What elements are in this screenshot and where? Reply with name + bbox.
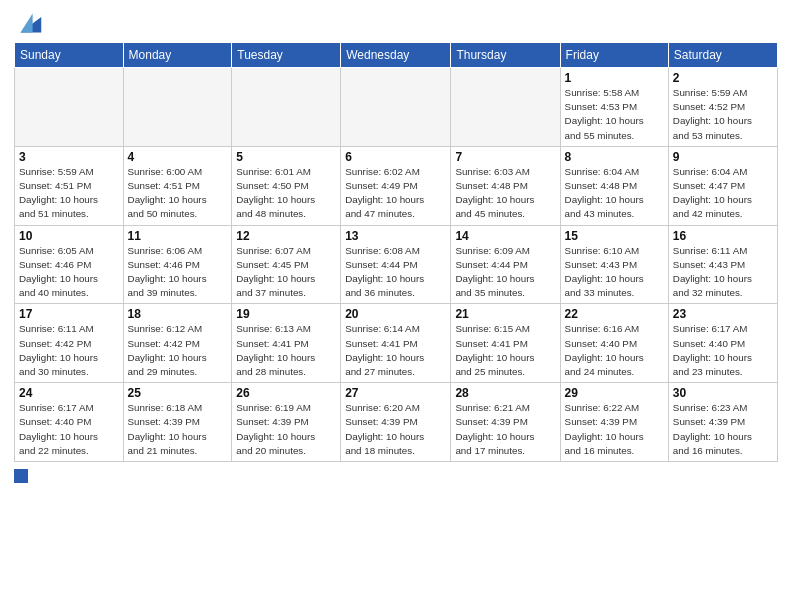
day-number: 21: [455, 307, 555, 321]
calendar-cell: 1Sunrise: 5:58 AM Sunset: 4:53 PM Daylig…: [560, 68, 668, 147]
calendar-cell: 17Sunrise: 6:11 AM Sunset: 4:42 PM Dayli…: [15, 304, 124, 383]
day-number: 5: [236, 150, 336, 164]
calendar-cell: [341, 68, 451, 147]
calendar-header-saturday: Saturday: [668, 43, 777, 68]
page-container: SundayMondayTuesdayWednesdayThursdayFrid…: [0, 0, 792, 493]
day-info: Sunrise: 6:05 AM Sunset: 4:46 PM Dayligh…: [19, 244, 119, 301]
calendar-cell: [232, 68, 341, 147]
day-number: 10: [19, 229, 119, 243]
calendar-cell: 8Sunrise: 6:04 AM Sunset: 4:48 PM Daylig…: [560, 146, 668, 225]
day-number: 11: [128, 229, 228, 243]
calendar-cell: 5Sunrise: 6:01 AM Sunset: 4:50 PM Daylig…: [232, 146, 341, 225]
day-info: Sunrise: 6:23 AM Sunset: 4:39 PM Dayligh…: [673, 401, 773, 458]
day-number: 28: [455, 386, 555, 400]
day-info: Sunrise: 6:20 AM Sunset: 4:39 PM Dayligh…: [345, 401, 446, 458]
day-info: Sunrise: 6:08 AM Sunset: 4:44 PM Dayligh…: [345, 244, 446, 301]
calendar-week-1: 1Sunrise: 5:58 AM Sunset: 4:53 PM Daylig…: [15, 68, 778, 147]
calendar-header-sunday: Sunday: [15, 43, 124, 68]
day-number: 7: [455, 150, 555, 164]
day-info: Sunrise: 6:09 AM Sunset: 4:44 PM Dayligh…: [455, 244, 555, 301]
svg-marker-1: [20, 13, 32, 32]
calendar-cell: 3Sunrise: 5:59 AM Sunset: 4:51 PM Daylig…: [15, 146, 124, 225]
calendar-cell: 15Sunrise: 6:10 AM Sunset: 4:43 PM Dayli…: [560, 225, 668, 304]
day-info: Sunrise: 5:59 AM Sunset: 4:52 PM Dayligh…: [673, 86, 773, 143]
calendar-cell: [451, 68, 560, 147]
legend: [14, 469, 778, 483]
day-info: Sunrise: 6:07 AM Sunset: 4:45 PM Dayligh…: [236, 244, 336, 301]
day-info: Sunrise: 6:00 AM Sunset: 4:51 PM Dayligh…: [128, 165, 228, 222]
calendar-cell: 18Sunrise: 6:12 AM Sunset: 4:42 PM Dayli…: [123, 304, 232, 383]
calendar-header-tuesday: Tuesday: [232, 43, 341, 68]
calendar-cell: 2Sunrise: 5:59 AM Sunset: 4:52 PM Daylig…: [668, 68, 777, 147]
calendar-cell: 24Sunrise: 6:17 AM Sunset: 4:40 PM Dayli…: [15, 383, 124, 462]
day-info: Sunrise: 6:21 AM Sunset: 4:39 PM Dayligh…: [455, 401, 555, 458]
day-info: Sunrise: 6:06 AM Sunset: 4:46 PM Dayligh…: [128, 244, 228, 301]
calendar-table: SundayMondayTuesdayWednesdayThursdayFrid…: [14, 42, 778, 462]
day-number: 12: [236, 229, 336, 243]
day-info: Sunrise: 6:02 AM Sunset: 4:49 PM Dayligh…: [345, 165, 446, 222]
day-number: 4: [128, 150, 228, 164]
calendar-header-friday: Friday: [560, 43, 668, 68]
calendar-cell: 21Sunrise: 6:15 AM Sunset: 4:41 PM Dayli…: [451, 304, 560, 383]
day-info: Sunrise: 6:17 AM Sunset: 4:40 PM Dayligh…: [673, 322, 773, 379]
calendar-header-thursday: Thursday: [451, 43, 560, 68]
day-number: 14: [455, 229, 555, 243]
calendar-cell: 14Sunrise: 6:09 AM Sunset: 4:44 PM Dayli…: [451, 225, 560, 304]
calendar-header-wednesday: Wednesday: [341, 43, 451, 68]
calendar-cell: 7Sunrise: 6:03 AM Sunset: 4:48 PM Daylig…: [451, 146, 560, 225]
calendar-cell: 19Sunrise: 6:13 AM Sunset: 4:41 PM Dayli…: [232, 304, 341, 383]
calendar-cell: 30Sunrise: 6:23 AM Sunset: 4:39 PM Dayli…: [668, 383, 777, 462]
day-info: Sunrise: 5:59 AM Sunset: 4:51 PM Dayligh…: [19, 165, 119, 222]
day-number: 17: [19, 307, 119, 321]
day-info: Sunrise: 6:10 AM Sunset: 4:43 PM Dayligh…: [565, 244, 664, 301]
day-info: Sunrise: 5:58 AM Sunset: 4:53 PM Dayligh…: [565, 86, 664, 143]
calendar-cell: 27Sunrise: 6:20 AM Sunset: 4:39 PM Dayli…: [341, 383, 451, 462]
day-number: 13: [345, 229, 446, 243]
day-number: 30: [673, 386, 773, 400]
day-number: 22: [565, 307, 664, 321]
day-number: 20: [345, 307, 446, 321]
day-info: Sunrise: 6:22 AM Sunset: 4:39 PM Dayligh…: [565, 401, 664, 458]
day-info: Sunrise: 6:17 AM Sunset: 4:40 PM Dayligh…: [19, 401, 119, 458]
calendar-week-5: 24Sunrise: 6:17 AM Sunset: 4:40 PM Dayli…: [15, 383, 778, 462]
day-number: 24: [19, 386, 119, 400]
day-info: Sunrise: 6:15 AM Sunset: 4:41 PM Dayligh…: [455, 322, 555, 379]
calendar-cell: 29Sunrise: 6:22 AM Sunset: 4:39 PM Dayli…: [560, 383, 668, 462]
day-info: Sunrise: 6:19 AM Sunset: 4:39 PM Dayligh…: [236, 401, 336, 458]
day-number: 23: [673, 307, 773, 321]
day-number: 27: [345, 386, 446, 400]
day-number: 8: [565, 150, 664, 164]
calendar-cell: 16Sunrise: 6:11 AM Sunset: 4:43 PM Dayli…: [668, 225, 777, 304]
day-number: 9: [673, 150, 773, 164]
logo-icon: [17, 10, 43, 36]
calendar-cell: 12Sunrise: 6:07 AM Sunset: 4:45 PM Dayli…: [232, 225, 341, 304]
calendar-cell: 28Sunrise: 6:21 AM Sunset: 4:39 PM Dayli…: [451, 383, 560, 462]
day-number: 19: [236, 307, 336, 321]
day-info: Sunrise: 6:18 AM Sunset: 4:39 PM Dayligh…: [128, 401, 228, 458]
day-info: Sunrise: 6:12 AM Sunset: 4:42 PM Dayligh…: [128, 322, 228, 379]
day-info: Sunrise: 6:03 AM Sunset: 4:48 PM Dayligh…: [455, 165, 555, 222]
calendar-cell: 22Sunrise: 6:16 AM Sunset: 4:40 PM Dayli…: [560, 304, 668, 383]
calendar-cell: [15, 68, 124, 147]
logo: [14, 14, 43, 36]
calendar-cell: 20Sunrise: 6:14 AM Sunset: 4:41 PM Dayli…: [341, 304, 451, 383]
calendar-cell: 4Sunrise: 6:00 AM Sunset: 4:51 PM Daylig…: [123, 146, 232, 225]
day-number: 1: [565, 71, 664, 85]
day-info: Sunrise: 6:16 AM Sunset: 4:40 PM Dayligh…: [565, 322, 664, 379]
day-info: Sunrise: 6:13 AM Sunset: 4:41 PM Dayligh…: [236, 322, 336, 379]
day-number: 25: [128, 386, 228, 400]
day-info: Sunrise: 6:01 AM Sunset: 4:50 PM Dayligh…: [236, 165, 336, 222]
calendar-cell: 6Sunrise: 6:02 AM Sunset: 4:49 PM Daylig…: [341, 146, 451, 225]
day-number: 26: [236, 386, 336, 400]
calendar-cell: 26Sunrise: 6:19 AM Sunset: 4:39 PM Dayli…: [232, 383, 341, 462]
calendar-week-3: 10Sunrise: 6:05 AM Sunset: 4:46 PM Dayli…: [15, 225, 778, 304]
day-info: Sunrise: 6:11 AM Sunset: 4:43 PM Dayligh…: [673, 244, 773, 301]
day-number: 29: [565, 386, 664, 400]
calendar-cell: 9Sunrise: 6:04 AM Sunset: 4:47 PM Daylig…: [668, 146, 777, 225]
calendar-cell: 13Sunrise: 6:08 AM Sunset: 4:44 PM Dayli…: [341, 225, 451, 304]
calendar-week-4: 17Sunrise: 6:11 AM Sunset: 4:42 PM Dayli…: [15, 304, 778, 383]
header: [14, 10, 778, 36]
calendar-header-row: SundayMondayTuesdayWednesdayThursdayFrid…: [15, 43, 778, 68]
day-number: 15: [565, 229, 664, 243]
day-info: Sunrise: 6:04 AM Sunset: 4:48 PM Dayligh…: [565, 165, 664, 222]
